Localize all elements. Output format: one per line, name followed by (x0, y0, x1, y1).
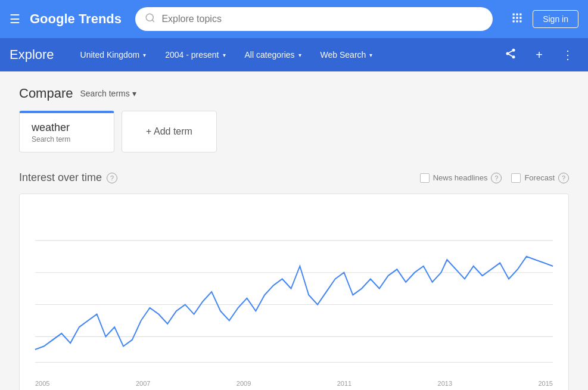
term-type: Search term (32, 135, 102, 143)
x-label-2005: 2005 (35, 380, 49, 387)
svg-rect-10 (519, 20, 521, 22)
svg-rect-8 (513, 20, 515, 22)
svg-line-15 (509, 51, 512, 52)
hamburger-icon[interactable]: ☰ (10, 12, 20, 26)
category-chevron: ▾ (298, 52, 301, 58)
search-type-label: Web Search (321, 50, 366, 60)
category-dropdown[interactable]: All categories ▾ (238, 45, 309, 64)
apps-icon[interactable] (511, 12, 523, 27)
x-label-2007: 2007 (136, 380, 150, 387)
interest-help-icon[interactable]: ? (107, 173, 117, 183)
news-help-icon[interactable]: ? (491, 173, 502, 183)
svg-rect-4 (519, 13, 521, 15)
forecast-checkbox[interactable] (511, 173, 521, 183)
add-term-label: + Add term (146, 126, 192, 137)
search-type-chevron: ▾ (369, 52, 372, 58)
term-name: weather (32, 121, 102, 134)
sub-nav: Explore United Kingdom ▾ 2004 - present … (0, 38, 588, 71)
news-headlines-checkbox[interactable] (420, 173, 430, 183)
svg-line-14 (509, 54, 512, 56)
time-range-chevron: ▾ (223, 52, 226, 58)
search-terms-label: Search terms (80, 89, 129, 98)
section-title: Interest over time (19, 171, 102, 184)
sign-in-button[interactable]: Sign in (533, 10, 578, 28)
interest-chart (29, 208, 559, 375)
region-label: United Kingdom (80, 50, 140, 60)
add-term-card[interactable]: + Add term (122, 111, 217, 152)
svg-line-1 (153, 20, 154, 21)
nav-right: Sign in (511, 10, 578, 28)
time-range-dropdown[interactable]: 2004 - present ▾ (158, 45, 232, 64)
search-icon (145, 13, 155, 26)
top-nav: ☰ Google Trends Sign in (0, 0, 588, 38)
time-range-label: 2004 - present (165, 50, 219, 60)
section-controls: News headlines ? Forecast ? (420, 173, 569, 183)
svg-point-11 (512, 48, 515, 51)
compare-header: Compare Search terms ▾ (19, 86, 569, 101)
svg-point-12 (506, 52, 509, 55)
sub-nav-actions: + ⋮ (500, 43, 578, 67)
svg-point-0 (147, 14, 154, 21)
news-headlines-label: News headlines (433, 173, 488, 182)
compare-title: Compare (19, 86, 73, 101)
logo: Google Trends (30, 11, 122, 27)
search-bar (135, 7, 493, 31)
x-label-2011: 2011 (337, 380, 351, 387)
svg-rect-2 (513, 13, 515, 15)
region-chevron: ▾ (143, 52, 146, 58)
explore-title: Explore (10, 47, 54, 63)
logo-google: Google (30, 11, 75, 26)
search-terms-chevron: ▾ (132, 89, 136, 98)
more-options-button[interactable]: ⋮ (557, 43, 578, 67)
svg-rect-9 (516, 20, 518, 22)
svg-point-13 (512, 55, 515, 58)
x-label-2009: 2009 (237, 380, 251, 387)
section-title-wrap: Interest over time ? (19, 171, 117, 184)
forecast-toggle: Forecast ? (511, 173, 569, 183)
weather-term-card[interactable]: weather Search term (19, 111, 114, 152)
forecast-help-icon[interactable]: ? (558, 173, 569, 183)
chart-container: 2005 2007 2009 2011 2013 2015 Note </> (19, 194, 569, 390)
add-button[interactable]: + (531, 43, 547, 67)
category-label: All categories (245, 50, 295, 60)
x-axis-labels: 2005 2007 2009 2011 2013 2015 (29, 380, 559, 387)
main-content: Compare Search terms ▾ weather Search te… (0, 71, 588, 390)
news-headlines-toggle: News headlines ? (420, 173, 502, 183)
search-type-dropdown[interactable]: Web Search ▾ (313, 45, 380, 64)
forecast-label: Forecast (524, 173, 555, 182)
logo-trends: Trends (75, 11, 122, 26)
svg-rect-5 (513, 17, 515, 18)
svg-rect-7 (519, 17, 521, 18)
search-input[interactable] (161, 14, 483, 24)
x-label-2015: 2015 (538, 380, 552, 387)
region-dropdown[interactable]: United Kingdom ▾ (73, 45, 154, 64)
share-button[interactable] (500, 43, 521, 67)
search-terms-dropdown[interactable]: Search terms ▾ (80, 89, 136, 98)
svg-rect-6 (516, 17, 518, 18)
terms-cards: weather Search term + Add term (19, 111, 569, 152)
x-label-2013: 2013 (438, 380, 452, 387)
interest-section-header: Interest over time ? News headlines ? Fo… (19, 171, 569, 184)
svg-rect-3 (516, 13, 518, 15)
